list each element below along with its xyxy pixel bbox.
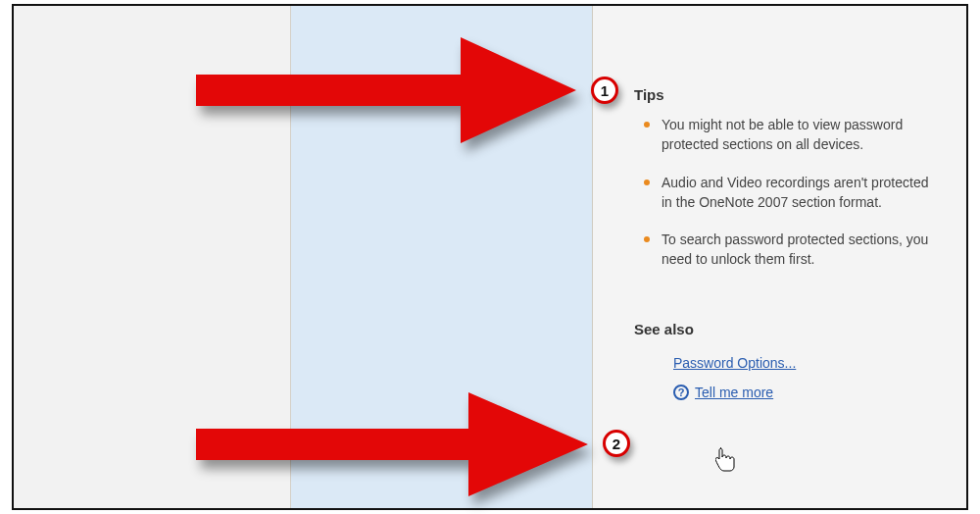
- annotation-marker-2: 2: [603, 430, 630, 457]
- tips-list-item: You might not be able to view password p…: [644, 115, 943, 155]
- tips-list-item: Audio and Video recordings aren't protec…: [644, 173, 943, 213]
- password-options-link[interactable]: Password Options...: [673, 355, 796, 371]
- see-also-block: Password Options... ? Tell me more: [673, 355, 943, 400]
- tips-list: You might not be able to view password p…: [644, 115, 943, 270]
- annotation-arrow-icon: [196, 37, 576, 143]
- see-also-heading: See also: [634, 321, 943, 337]
- tell-me-more-link[interactable]: Tell me more: [695, 385, 773, 400]
- tips-heading: Tips: [634, 86, 943, 103]
- app-frame: Tips You might not be able to view passw…: [12, 4, 968, 510]
- annotation-marker-1: 1: [591, 77, 618, 104]
- annotation-arrow-icon: [196, 392, 588, 496]
- help-icon: ?: [673, 385, 689, 400]
- side-panel: Tips You might not be able to view passw…: [592, 6, 966, 508]
- tips-list-item: To search password protected sections, y…: [644, 230, 943, 270]
